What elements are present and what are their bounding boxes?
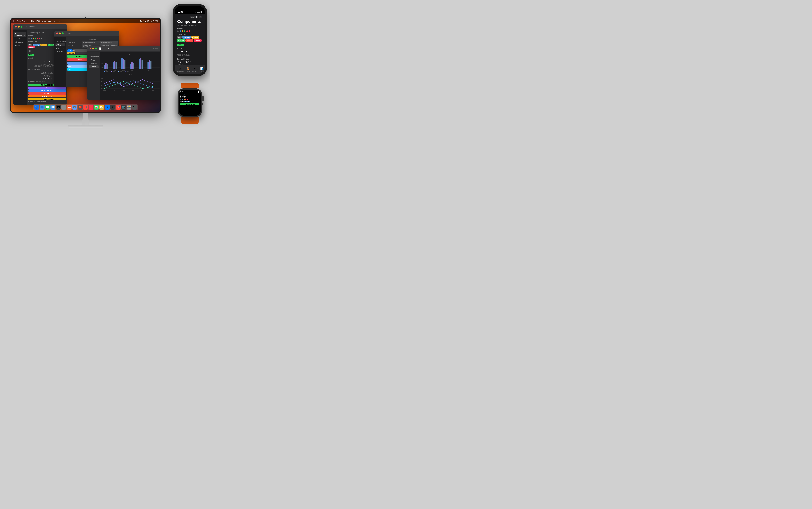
sidebar-item-components[interactable]: Components xyxy=(14,32,26,37)
svg-text:Bravo: Bravo xyxy=(112,90,115,91)
menu-help[interactable]: Help xyxy=(57,20,61,22)
dock-screenshot[interactable]: 📸 xyxy=(127,105,132,109)
tag-critical: Critical xyxy=(28,46,35,48)
dock-trash[interactable]: 🗑 xyxy=(132,105,137,109)
svg-rect-15 xyxy=(130,64,131,69)
svg-point-57 xyxy=(142,79,143,80)
main-window-titlebar: Components xyxy=(13,24,67,29)
apple-icon: ⌘ xyxy=(13,20,15,22)
menubar-right: Fri Mar 10 10:47 AM xyxy=(140,20,158,22)
colors-sidebar-symbols[interactable]: Symbols xyxy=(55,47,65,50)
svg-point-56 xyxy=(133,83,133,83)
menu-edit[interactable]: Edit xyxy=(36,20,40,22)
svg-text:Echo: Echo xyxy=(141,90,144,91)
svg-text:300: 300 xyxy=(101,59,103,60)
sidebar-item-charts[interactable]: Charts xyxy=(14,44,26,47)
iphone-status-tags: Off Standby Caution Normal Serious Criti… xyxy=(177,36,202,42)
iphone-status-icons: ▲ ●●● ▊ xyxy=(194,11,202,13)
svg-text:Bravo: Bravo xyxy=(113,70,116,71)
charts-minimize-button[interactable] xyxy=(92,48,94,49)
svg-point-64 xyxy=(151,87,153,88)
colors-sidebar-charts[interactable]: Charts xyxy=(55,50,65,53)
iphone-tab-components[interactable]: ⊞ Components xyxy=(176,67,184,72)
charts-maximize-button[interactable] xyxy=(95,48,97,49)
dock-mail[interactable]: 📧 xyxy=(50,105,56,109)
menu-view[interactable]: View xyxy=(42,20,46,22)
sidebar-item-colors[interactable]: Colors xyxy=(14,37,26,40)
svg-rect-14 xyxy=(124,60,125,69)
watch-crown[interactable] xyxy=(202,96,204,101)
maximize-button[interactable] xyxy=(21,26,23,28)
svg-point-63 xyxy=(142,83,143,84)
iphone-notch xyxy=(182,6,198,11)
dock-news[interactable]: 🔴 xyxy=(89,105,94,109)
menu-astro-sampler[interactable]: Astro Sampler xyxy=(17,20,29,22)
watch-dot-standby xyxy=(182,99,183,100)
menu-file[interactable]: File xyxy=(31,20,34,22)
imac-stand xyxy=(68,113,103,128)
svg-point-51 xyxy=(142,88,143,89)
watch-screen: 8:45 ▲ ▊ < Components Status Status Tag xyxy=(179,90,201,116)
charts-sidebar-colors[interactable]: Colors xyxy=(89,59,99,62)
svg-point-47 xyxy=(104,88,105,89)
dock-safari[interactable]: 🔵 xyxy=(40,105,44,109)
svg-rect-12 xyxy=(121,58,123,69)
iphone-tab-colors[interactable]: 🎨 Colors xyxy=(186,67,190,72)
dock-photos[interactable]: 🖼 xyxy=(61,105,66,109)
minimize-button[interactable] xyxy=(18,26,20,28)
dock-simulator[interactable]: ⚙ xyxy=(105,105,110,109)
menu-window[interactable]: Window xyxy=(48,20,55,22)
watch-side-button[interactable] xyxy=(202,103,203,105)
dock-game[interactable]: 🎮 xyxy=(72,105,77,109)
menubar-time: Fri Mar 10 10:47 AM xyxy=(140,20,158,22)
svg-point-60 xyxy=(113,82,114,83)
tag-standby: Standby xyxy=(33,44,40,46)
iphone-tab-charts[interactable]: 📊 Charts xyxy=(200,67,204,72)
dock-finder[interactable]: 🔵 xyxy=(34,105,39,109)
iphone-tab-symbols[interactable]: ★ Symbols xyxy=(192,67,198,72)
contrast-button[interactable]: ◑ xyxy=(199,16,202,18)
dot-standby xyxy=(31,38,32,39)
dock-messages[interactable]: 💬 xyxy=(45,105,50,109)
svg-rect-9 xyxy=(112,62,114,69)
svg-point-52 xyxy=(151,86,153,87)
dock-maps[interactable]: 🗺 xyxy=(56,105,61,109)
colors-sidebar-components[interactable]: Components xyxy=(55,38,65,43)
colors-maximize-button[interactable] xyxy=(62,32,64,34)
dock-appletv[interactable]: 🍎 xyxy=(78,105,82,109)
imac-neck xyxy=(80,113,91,125)
charts-sidebar-symbols[interactable]: Symbols xyxy=(89,62,99,65)
banner-secret: SECRET xyxy=(28,92,66,95)
imac-display: ⌘ Astro Sampler File Edit View Window He… xyxy=(11,19,160,112)
aa-button[interactable]: AA xyxy=(191,16,194,18)
iphone-status-dots xyxy=(177,31,202,32)
dock-pages[interactable]: 📝 xyxy=(99,105,104,109)
scene: ⌘ Astro Sampler File Edit View Window He… xyxy=(3,4,207,128)
sidebar-item-symbols[interactable]: Symbols xyxy=(14,40,26,43)
b-button[interactable]: B xyxy=(195,16,198,18)
watch-back-nav[interactable]: < Components xyxy=(180,93,199,95)
close-button[interactable] xyxy=(15,26,17,28)
tag-caution: Caution xyxy=(40,44,47,46)
svg-point-48 xyxy=(113,84,114,86)
colors-window-title: Colors xyxy=(66,32,71,34)
dock-screensnap[interactable]: 📺 xyxy=(121,105,126,109)
colors-sidebar-colors[interactable]: Colors xyxy=(55,43,65,46)
charts-tab-label: Charts xyxy=(200,71,204,72)
svg-text:Alpha: Alpha xyxy=(103,90,106,91)
semantic-label: Semantic xyxy=(67,38,118,40)
dock-systemprefs[interactable]: ⚙ xyxy=(110,105,115,109)
dock-music[interactable]: 🎵 xyxy=(83,105,88,109)
dock-numbers[interactable]: 📊 xyxy=(94,105,99,109)
charts-sidebar-components[interactable]: Components xyxy=(89,54,99,58)
colors-minimize-button[interactable] xyxy=(59,32,61,34)
charts-sidebar-charts[interactable]: Charts xyxy=(89,65,99,68)
series-label: 4 Series xyxy=(153,48,159,49)
iphone-tag-standby: Standby xyxy=(182,36,191,39)
dock-calendar[interactable]: 📅 xyxy=(67,105,72,109)
colors-close-button[interactable] xyxy=(56,32,58,34)
charts-close-button[interactable] xyxy=(90,48,91,49)
charts-window: 📊 Charts 4 Series Components Colors Symb… xyxy=(88,46,160,100)
svg-text:Foxtrot: Foxtrot xyxy=(148,70,151,71)
dock-astro[interactable]: 🎯 xyxy=(116,105,121,109)
